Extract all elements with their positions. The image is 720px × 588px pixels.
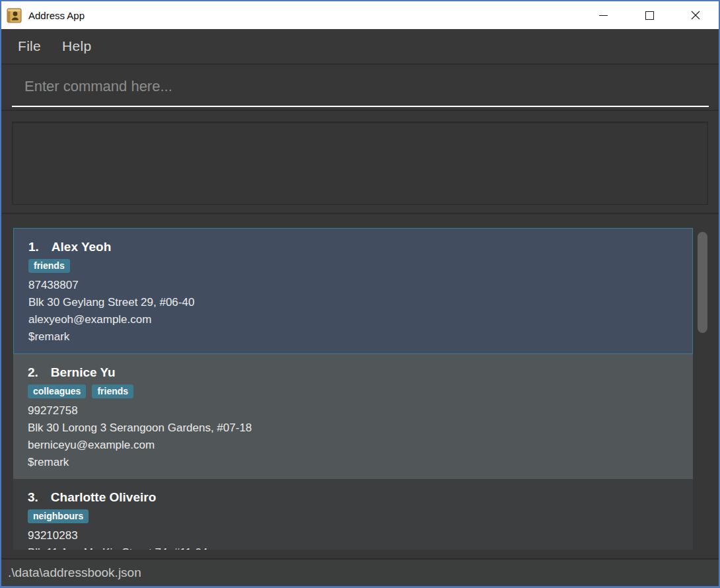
person-list: 1. Alex Yeoh friends 87438807 Blk 30 Gey…	[13, 228, 693, 550]
person-card[interactable]: 1. Alex Yeoh friends 87438807 Blk 30 Gey…	[13, 228, 693, 354]
tag-badge: neighbours	[28, 509, 89, 523]
window-title: Address App	[28, 10, 85, 21]
person-name: Charlotte Oliveiro	[51, 489, 156, 506]
person-name: Alex Yeoh	[52, 239, 111, 256]
person-address: Blk 30 Geylang Street 29, #06-40	[28, 294, 682, 311]
tag-badge: colleagues	[28, 385, 86, 398]
person-tags: neighbours	[28, 509, 682, 524]
minimize-button[interactable]	[580, 1, 626, 29]
person-phone: 93210283	[28, 527, 682, 544]
person-index: 3.	[28, 489, 38, 506]
scrollbar-track[interactable]	[698, 228, 707, 550]
person-index: 1.	[28, 239, 39, 256]
close-button[interactable]	[672, 1, 719, 29]
maximize-button[interactable]	[626, 1, 672, 29]
scrollbar-thumb[interactable]	[698, 232, 707, 333]
person-phone: 87438807	[28, 277, 682, 294]
person-index: 2.	[28, 364, 38, 381]
tag-badge: friends	[28, 259, 70, 273]
person-header: 2. Bernice Yu	[28, 364, 682, 381]
tag-badge: friends	[92, 385, 133, 398]
person-name: Bernice Yu	[51, 364, 116, 381]
person-header: 1. Alex Yeoh	[28, 239, 682, 256]
result-display[interactable]	[12, 122, 708, 205]
window-controls	[580, 1, 719, 29]
person-tags: friends	[28, 259, 682, 274]
result-section	[1, 111, 719, 214]
status-bar: .\data\addressbook.json	[1, 558, 719, 586]
person-address: Blk 11 Ang Mo Kio Street 74, #11-04	[28, 544, 682, 550]
minimize-icon	[599, 15, 608, 16]
person-card[interactable]: 2. Bernice Yu colleaguesfriends 99272758…	[13, 354, 693, 479]
app-window: Address App File Help	[0, 0, 720, 588]
person-remark: $remark	[28, 328, 682, 346]
person-address: Blk 30 Lorong 3 Serangoon Gardens, #07-1…	[28, 420, 682, 437]
maximize-icon	[645, 11, 654, 20]
close-icon	[691, 11, 700, 20]
menu-help[interactable]: Help	[62, 38, 91, 54]
title-bar: Address App	[1, 1, 719, 29]
person-phone: 99272758	[28, 402, 682, 420]
data-file-path: .\data\addressbook.json	[8, 566, 141, 580]
command-input[interactable]	[12, 73, 709, 107]
person-tags: colleaguesfriends	[28, 385, 682, 399]
person-header: 3. Charlotte Oliveiro	[28, 489, 682, 506]
person-list-panel: 1. Alex Yeoh friends 87438807 Blk 30 Gey…	[1, 214, 719, 558]
person-email: alexyeoh@example.com	[28, 311, 682, 328]
address-book-icon	[7, 8, 22, 23]
command-section	[1, 65, 719, 111]
menu-bar: File Help	[1, 29, 719, 65]
person-email: berniceyu@example.com	[28, 437, 682, 454]
person-card[interactable]: 3. Charlotte Oliveiro neighbours 9321028…	[13, 479, 693, 550]
menu-file[interactable]: File	[18, 38, 41, 54]
person-remark: $remark	[28, 454, 682, 471]
